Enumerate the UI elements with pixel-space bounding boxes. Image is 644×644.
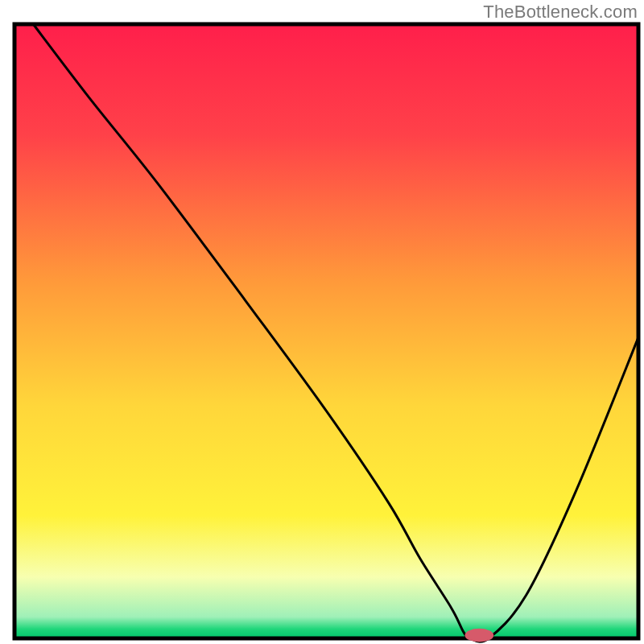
bottleneck-chart	[0, 0, 644, 644]
chart-container: TheBottleneck.com	[0, 0, 644, 644]
plot-background	[14, 24, 638, 638]
optimum-marker	[465, 629, 494, 642]
